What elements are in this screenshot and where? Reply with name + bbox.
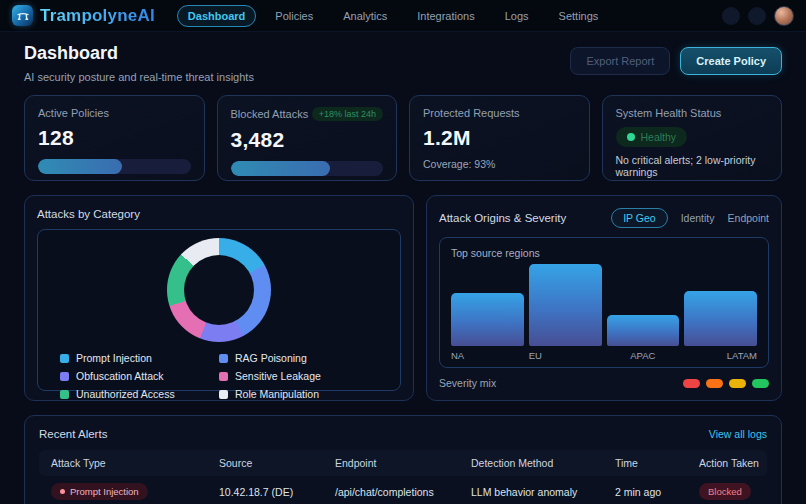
legend-item: Unauthorized Access [60, 388, 219, 400]
legend-label: Prompt Injection [76, 352, 152, 364]
col-time: Time [615, 457, 699, 469]
legend-label: Role Manipulation [235, 388, 319, 400]
col-source: Source [219, 457, 335, 469]
legend-item: RAG Poisoning [219, 352, 378, 364]
legend-swatch [219, 354, 228, 363]
cell-source: 10.42.18.7 (DE) [219, 486, 335, 498]
top-nav: TrampolyneAI Dashboard Policies Analytic… [0, 0, 806, 32]
tab-ip-geo[interactable]: IP Geo [611, 208, 668, 228]
panel-recent-alerts: Recent Alerts View all logs Attack Type … [24, 415, 782, 504]
nav-item-dashboard[interactable]: Dashboard [177, 5, 256, 27]
legend-item: Prompt Injection [60, 352, 219, 364]
nav-item-analytics[interactable]: Analytics [332, 5, 398, 27]
stat-cards-row: Active Policies 128 Blocked Attacks +18%… [0, 93, 806, 181]
card-value: 128 [38, 126, 191, 150]
attack-type-badge: Prompt Injection [51, 483, 148, 500]
severity-high-pill [706, 379, 723, 388]
cell-time: 2 min ago [615, 486, 699, 498]
health-dot-icon [627, 133, 635, 141]
legend-label: Sensitive Leakage [235, 370, 321, 382]
brand-name: TrampolyneAI [40, 6, 155, 26]
panel-title: Attacks by Category [37, 208, 401, 220]
brand-logo-icon [12, 5, 33, 26]
card-label: Active Policies [38, 107, 191, 119]
legend-swatch [60, 354, 69, 363]
view-all-logs-link[interactable]: View all logs [709, 428, 767, 440]
bar-label-eu: EU [529, 350, 602, 361]
export-report-button[interactable]: Export Report [570, 47, 670, 75]
nav-item-policies[interactable]: Policies [264, 5, 324, 27]
col-action-taken: Action Taken [699, 457, 767, 469]
nav-item-settings[interactable]: Settings [548, 5, 610, 27]
tab-endpoint[interactable]: Endpoint [728, 212, 769, 224]
severity-mix-label: Severity mix [439, 377, 496, 389]
legend-item: Role Manipulation [219, 388, 378, 400]
legend-label: RAG Poisoning [235, 352, 307, 364]
alerts-table-header: Attack Type Source Endpoint Detection Me… [39, 450, 767, 476]
user-avatar[interactable] [774, 6, 794, 26]
origins-tabs: IP Geo Identity Endpoint [611, 208, 769, 228]
create-policy-button[interactable]: Create Policy [680, 47, 782, 75]
legend-swatch [60, 372, 69, 381]
nav-links: Dashboard Policies Analytics Integration… [177, 5, 610, 27]
table-row[interactable]: Prompt Injection 10.42.18.7 (DE) /api/ch… [39, 476, 767, 504]
bar-label-latam: LATAM [684, 350, 757, 361]
legend-swatch [219, 390, 228, 399]
panel-attacks-by-category: Attacks by Category Prompt Injection RAG… [24, 195, 414, 401]
attack-type-dot-icon [60, 489, 65, 494]
health-status-badge: Healthy [616, 127, 688, 147]
progress-fill [231, 161, 330, 176]
panel-title: Recent Alerts [39, 428, 107, 440]
progress-track [38, 159, 191, 174]
action-taken-badge: Blocked [699, 483, 751, 500]
card-label: Blocked Attacks [231, 108, 309, 120]
col-detection-method: Detection Method [471, 457, 615, 469]
donut-legend: Prompt Injection RAG Poisoning Obfuscati… [52, 352, 386, 400]
severity-pills [683, 379, 769, 388]
bar-latam [684, 291, 757, 346]
health-status-text: Healthy [641, 131, 677, 143]
col-attack-type: Attack Type [51, 457, 219, 469]
cell-endpoint: /api/chat/completions [335, 486, 471, 498]
card-label: Protected Requests [423, 107, 576, 119]
card-protected-requests: Protected Requests 1.2M Coverage: 93% [409, 95, 590, 181]
card-value: 1.2M [423, 126, 576, 150]
card-blocked-attacks: Blocked Attacks +18% last 24h 3,482 [217, 95, 398, 181]
progress-track [231, 161, 384, 176]
panel-attack-origins: Attack Origins & Severity IP Geo Identit… [426, 195, 782, 401]
donut-chart-container: Prompt Injection RAG Poisoning Obfuscati… [37, 229, 401, 391]
legend-swatch [219, 372, 228, 381]
page-title: Dashboard [24, 43, 254, 64]
panel-title: Attack Origins & Severity [439, 212, 566, 224]
help-icon[interactable] [748, 7, 766, 25]
card-value: 3,482 [231, 128, 384, 152]
severity-low-pill [752, 379, 769, 388]
legend-label: Unauthorized Access [76, 388, 175, 400]
cell-detection: LLM behavior anomaly [471, 486, 615, 498]
bar-eu [529, 264, 602, 346]
bar-chart-title: Top source regions [451, 247, 757, 259]
bar-label-na: NA [451, 350, 524, 361]
bar-na [451, 293, 524, 346]
bar-labels: NA EU APAC LATAM [451, 350, 757, 361]
health-subtext: No critical alerts; 2 low-priority warni… [616, 154, 769, 178]
card-system-health: System Health Status Healthy No critical… [602, 95, 783, 181]
card-active-policies: Active Policies 128 [24, 95, 205, 181]
legend-label: Obfuscation Attack [76, 370, 164, 382]
severity-critical-pill [683, 379, 700, 388]
bar-chart-container: Top source regions NA EU APAC LATAM [439, 237, 769, 368]
tab-identity[interactable]: Identity [681, 212, 715, 224]
coverage-text: Coverage: 93% [423, 158, 576, 170]
severity-medium-pill [729, 379, 746, 388]
nav-right-cluster [722, 6, 794, 26]
page-header: Dashboard AI security posture and real-t… [0, 32, 806, 93]
bar-chart [451, 264, 757, 346]
nav-item-logs[interactable]: Logs [494, 5, 540, 27]
trend-badge: +18% last 24h [312, 107, 383, 121]
legend-swatch [60, 390, 69, 399]
page-subtitle: AI security posture and real-time threat… [24, 71, 254, 83]
donut-chart [167, 238, 271, 342]
notifications-icon[interactable] [722, 7, 740, 25]
card-label: System Health Status [616, 107, 769, 119]
nav-item-integrations[interactable]: Integrations [406, 5, 485, 27]
